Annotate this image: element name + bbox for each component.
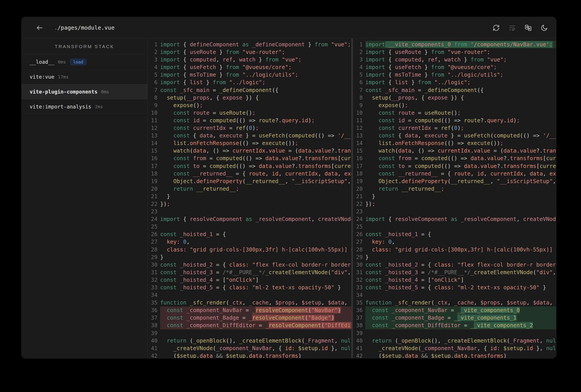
code-line: 11 const id = computed(() => route?.quer… [148, 117, 351, 124]
line-number: 3 [353, 56, 363, 64]
code-line: 41 _createVNode(_component_NavBar, { id:… [353, 344, 556, 352]
transform-stack-item--load-[interactable]: __load__0msload [22, 54, 148, 70]
line-number: 26 [148, 230, 158, 238]
code-text: const _hoisted_1 = { [365, 230, 556, 238]
code-text: }); [160, 200, 351, 208]
code-line: 6import { list } from "../logic"; [148, 78, 351, 86]
code-text: const _hoisted_2 = { class: "flex flex-c… [365, 261, 556, 268]
line-number: 20 [353, 185, 363, 193]
line-number: 5 [353, 71, 363, 78]
line-number: 17 [148, 162, 158, 170]
code-text: _createVNode(_component_NavBar, { id: $s… [365, 344, 556, 352]
code-line: 18 const __returned__ = { route, id, cur… [148, 170, 351, 178]
code-line: 35function _sfc_render(_ctx, _cache, $pr… [353, 299, 556, 306]
code-line: 37 const _component_Badge = _resolveComp… [148, 314, 351, 322]
code-line: 39 [353, 330, 556, 337]
code-line: 2import { useRoute } from "vue-router"; [148, 48, 351, 56]
line-number: 41 [148, 344, 158, 352]
line-number: 23 [353, 208, 363, 216]
line-number: 28 [353, 246, 363, 254]
code-line: 3import { computed, ref, watch } from "v… [148, 56, 351, 64]
code-text: import { msToTime } from "../logic/utils… [160, 71, 351, 78]
code-line: 27 key: 0, [353, 238, 556, 246]
line-number: 41 [353, 344, 363, 352]
code-text: } [365, 254, 556, 261]
removed-code: const _component_Badge = _resolveCompone… [160, 314, 351, 322]
line-number: 8 [148, 94, 158, 102]
line-wrap-icon [508, 24, 516, 32]
line-number: 36 [148, 306, 158, 314]
code-text: import { resolveComponent as _resolveCom… [160, 216, 351, 223]
code-text: expose(); [365, 102, 556, 109]
code-text: return (_openBlock(), _createElementBloc… [365, 337, 556, 344]
topbar: ./pages/module.vue [22, 17, 556, 38]
line-number: 8 [353, 94, 363, 102]
theme-toggle-button[interactable] [540, 24, 548, 32]
line-number: 12 [353, 124, 363, 132]
transform-stack-item-vite-vue[interactable]: vite:vue17ms [22, 70, 148, 84]
code-line: 21 } [148, 193, 351, 200]
plugin-time: 0ms [101, 89, 109, 94]
code-text: import { computed, ref, watch } from "vu… [160, 56, 351, 64]
line-number: 1 [148, 41, 158, 48]
code-line: 7const _sfc_main = _defineComponent({ [148, 86, 351, 94]
transform-stack-sidebar: TRANSFORM STACK __load__0msloadvite:vue1… [22, 38, 148, 358]
line-number: 32 [148, 276, 158, 284]
code-text [160, 208, 351, 216]
transform-stack-list: __load__0msloadvite:vue17msvite-plugin-c… [22, 54, 148, 114]
line-number: 24 [148, 216, 158, 223]
diff-pane-right[interactable]: 1import __vite_components_0 from '/compo… [353, 38, 556, 358]
line-number: 35 [148, 299, 158, 306]
code-text: list.onFetchResponse(() => execute()); [365, 140, 556, 147]
file-path-main: /pages/module.vue [58, 24, 114, 31]
code-line: 33const _hoisted_5 = { class: "ml-2 text… [353, 284, 556, 291]
back-button[interactable] [36, 24, 44, 32]
code-text: function _sfc_render(_ctx, _cache, $prop… [160, 299, 351, 306]
code-line: 6import { list } from "../logic"; [353, 78, 556, 86]
code-text: setup(__props, { expose }) { [365, 94, 556, 102]
line-number: 6 [353, 78, 363, 86]
line-number: 29 [148, 254, 158, 261]
back-arrow-icon [36, 24, 44, 32]
code-text: ($setup.data && $setup.data.transforms) [160, 352, 351, 358]
added-code: import __vite_components_0 from '/compon… [365, 41, 556, 48]
line-number: 3 [148, 56, 158, 64]
line-number: 19 [353, 178, 363, 185]
code-line: 4import { useFetch } from "@vueuse/core"… [148, 64, 351, 71]
code-line: 10 const route = useRoute(); [353, 109, 556, 117]
line-wrap-button[interactable] [508, 24, 516, 32]
line-number: 40 [148, 337, 158, 344]
code-line: 13 const { data, execute } = useFetch(co… [148, 132, 351, 140]
code-text: const _hoisted_1 = { [160, 230, 351, 238]
line-number: 25 [148, 223, 158, 230]
plugin-time: 2ms [95, 104, 103, 109]
code-text [365, 330, 556, 337]
code-line: 22}); [353, 200, 556, 208]
transform-stack-item-vite-plugin-components[interactable]: vite-plugin-components0ms [22, 84, 148, 99]
code-line: 25 [148, 223, 351, 230]
line-number: 22 [148, 200, 158, 208]
line-number: 38 [353, 322, 363, 329]
diff-pane-left[interactable]: 1import { defineComponent as _defineComp… [148, 38, 351, 358]
code-text: const from = computed(() => data.value?.… [365, 154, 556, 162]
code-text: const _hoisted_5 = { class: "ml-2 text-x… [160, 284, 351, 291]
compare-panels-button[interactable] [524, 24, 532, 32]
code-line: 27 key: 0, [148, 238, 351, 246]
transform-stack-item-vite-import-analysis[interactable]: vite:import-analysis2ms [22, 99, 148, 114]
code-line: 10 const route = useRoute(); [148, 109, 351, 117]
line-number: 9 [353, 102, 363, 109]
line-number: 7 [148, 86, 158, 94]
line-number: 10 [148, 109, 158, 117]
line-number: 40 [353, 337, 363, 344]
line-number: 37 [148, 314, 158, 322]
plugin-time: 17ms [58, 74, 68, 80]
line-number: 23 [148, 208, 158, 216]
line-number: 27 [148, 238, 158, 246]
code-line: 33const _hoisted_5 = { class: "ml-2 text… [148, 284, 351, 291]
code-line: 30const _hoisted_2 = { class: "flex flex… [353, 261, 556, 268]
code-line: 1import { defineComponent as _defineComp… [148, 41, 351, 48]
pane-divider[interactable] [351, 38, 353, 358]
plugin-name: vite:import-analysis [30, 104, 91, 110]
refresh-button[interactable] [492, 24, 500, 32]
code-text: import { computed, ref, watch } from "vu… [365, 56, 556, 64]
